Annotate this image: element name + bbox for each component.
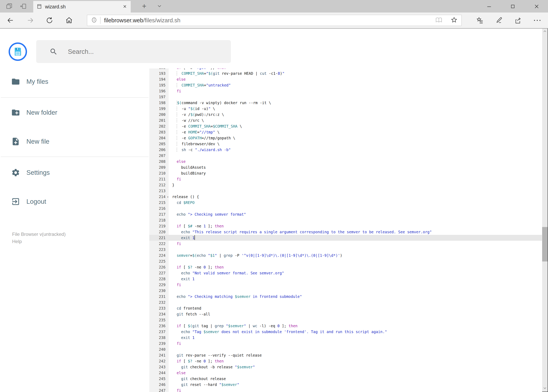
sidebar-item-logout[interactable]: Logout — [0, 194, 149, 210]
code-line[interactable]: 211 fi — [149, 176, 542, 182]
code-line[interactable]: 201 -w //src \ — [149, 117, 542, 123]
close-icon[interactable] — [529, 3, 544, 10]
code-text: COMMIT_SHA="$(git rev-parse HEAD | cut -… — [169, 70, 284, 76]
code-line[interactable]: 199 -u "$(id -u)" \ — [149, 106, 542, 112]
code-line[interactable]: 200 -v /$(pwd):/src:z \ — [149, 112, 542, 117]
code-line[interactable]: 236 if [ $(git tag | grep "$semver" | wc… — [149, 323, 542, 329]
code-line[interactable]: 196 fi — [149, 88, 542, 94]
code-line[interactable]: 239 fi — [149, 341, 542, 346]
code-line[interactable]: 204 -e GOPATH=//tmp/gopath \ — [149, 135, 542, 141]
url-text[interactable]: filebrowser.web/files/wizard.sh — [104, 17, 180, 24]
code-line[interactable]: 203 -e HOME="//tmp" \ — [149, 129, 542, 135]
code-line[interactable]: 243 git checkout -b release "$semver" — [149, 364, 542, 370]
code-line[interactable]: 238 exit 1 — [149, 335, 542, 341]
code-line[interactable]: 217 echo "> Checking semver format" — [149, 211, 542, 217]
line-number: 197 — [149, 94, 169, 100]
sidebar-item-new-file[interactable]: New file — [0, 134, 149, 149]
code-line[interactable]: 231 echo "> Checking matching $semver in… — [149, 294, 542, 299]
hub-icon[interactable] — [476, 17, 484, 25]
reading-view-icon[interactable] — [436, 17, 442, 24]
code-line[interactable]: 209 buildAssets — [149, 164, 542, 170]
sidebar-item-new-folder[interactable]: New folder — [0, 105, 149, 120]
code-editor[interactable]: 192 if [ -d ".git" ]; then193 COMMIT_SHA… — [149, 69, 542, 392]
code-line[interactable]: 195 COMMIT_SHA="untracked" — [149, 82, 542, 88]
code-line[interactable]: 193 COMMIT_SHA="$(git rev-parse HEAD | c… — [149, 70, 542, 76]
code-line[interactable]: 214▾release () { — [149, 194, 542, 200]
code-line[interactable]: 213 — [149, 188, 542, 194]
tab-favicon-icon — [37, 4, 42, 10]
code-line[interactable]: 226 if [ $? -ne 0 ]; then — [149, 264, 542, 270]
code-line[interactable]: 244 else — [149, 370, 542, 376]
code-line[interactable]: 205 filebrowser/dev \ — [149, 141, 542, 147]
code-line[interactable]: 197 — [149, 94, 542, 100]
code-line[interactable]: 220 echo "This release script requires a… — [149, 229, 542, 235]
code-line[interactable]: 202 -e COMMIT_SHA=$COMMIT_SHA \ — [149, 123, 542, 129]
line-number: 229 — [149, 282, 169, 288]
address-bar[interactable]: filebrowser.web/files/wizard.sh — [87, 15, 462, 26]
code-line[interactable]: 194 else — [149, 76, 542, 82]
back-icon[interactable] — [7, 17, 14, 25]
floppy-disk-icon — [13, 46, 23, 57]
fold-arrow-icon[interactable]: ▾ — [167, 194, 169, 200]
code-text — [169, 153, 172, 159]
annotate-pen-icon[interactable] — [495, 17, 503, 25]
code-line[interactable]: 230 — [149, 288, 542, 294]
code-line[interactable]: 246 git reset --hard "$semver" — [149, 382, 542, 387]
sidebar-item-settings[interactable]: Settings — [0, 165, 149, 181]
code-line[interactable]: 215 cd $REPO — [149, 200, 542, 205]
forward-icon[interactable] — [27, 17, 34, 25]
refresh-icon[interactable] — [46, 17, 53, 25]
code-line[interactable]: 237 echo "Tag $semver does not exist in … — [149, 329, 542, 335]
scroll-up-icon[interactable] — [543, 30, 547, 34]
code-line[interactable]: 210 buildBinary — [149, 170, 542, 176]
code-line[interactable]: 222 fi — [149, 241, 542, 247]
code-line[interactable]: 232 — [149, 299, 542, 305]
scrollbar-thumb[interactable] — [542, 227, 548, 261]
search-bar[interactable] — [36, 40, 231, 63]
code-line[interactable]: 216 — [149, 205, 542, 211]
code-line[interactable]: 223 — [149, 247, 542, 252]
code-line[interactable]: 198 $(command -v winpty) docker run --rm… — [149, 100, 542, 106]
info-icon[interactable] — [91, 17, 97, 24]
help-link[interactable]: Help — [12, 238, 66, 245]
code-line[interactable]: 218 — [149, 217, 542, 223]
tab-preview-icon[interactable] — [6, 3, 13, 10]
code-line[interactable]: 207 — [149, 153, 542, 159]
code-text: echo "This release script requires a sin… — [169, 229, 432, 235]
favorite-star-icon[interactable] — [451, 17, 458, 24]
minimize-icon[interactable] — [481, 3, 497, 10]
code-line[interactable]: 225 — [149, 258, 542, 264]
tab-dropdown-icon[interactable] — [157, 3, 162, 10]
tabs-aside-icon[interactable] — [20, 3, 27, 10]
code-line[interactable]: 229 fi — [149, 282, 542, 288]
code-line[interactable]: 240 — [149, 346, 542, 352]
code-line[interactable]: 227 echo "Not valid semver format. See s… — [149, 270, 542, 276]
code-line[interactable]: 221 exit 1 — [149, 235, 542, 241]
share-icon[interactable] — [514, 17, 522, 25]
sidebar-item-my-files[interactable]: My files — [0, 74, 149, 90]
page-scrollbar[interactable] — [542, 28, 548, 392]
code-line[interactable]: 208 else — [149, 159, 542, 164]
maximize-icon[interactable] — [505, 3, 520, 10]
code-line[interactable]: 242 if [ $? -ne 0 ]; then — [149, 358, 542, 364]
tab-close-icon[interactable] — [123, 4, 127, 10]
code-line[interactable]: 245 git checkout release — [149, 376, 542, 382]
home-icon[interactable] — [65, 17, 73, 25]
code-line[interactable]: 206 sh -c "./wizard.sh -b" — [149, 147, 542, 153]
filebrowser-logo[interactable] — [9, 42, 27, 61]
code-line[interactable]: 219 if [ $# -ne 1 ]; then — [149, 223, 542, 229]
more-icon[interactable] — [533, 18, 541, 23]
search-input[interactable] — [68, 48, 221, 56]
code-line[interactable]: 234 git fetch --all — [149, 311, 542, 317]
code-line[interactable]: 233 cd frontend — [149, 305, 542, 311]
browser-tab[interactable]: wizard.sh — [33, 1, 131, 13]
scroll-down-icon[interactable] — [543, 386, 547, 391]
new-tab-button[interactable]: + — [142, 2, 146, 10]
code-line[interactable]: 192 if [ -d ".git" ]; then — [149, 69, 542, 70]
code-line[interactable]: 247 fi — [149, 387, 542, 392]
code-line[interactable]: 212} — [149, 182, 542, 188]
code-line[interactable]: 228 exit 1 — [149, 276, 542, 282]
code-line[interactable]: 241 git rev-parse --verify --quiet relea… — [149, 352, 542, 358]
code-line[interactable]: 235 — [149, 317, 542, 323]
code-line[interactable]: 224 semver=$(echo "$1" | grep -P '^v(0|[… — [149, 252, 542, 258]
